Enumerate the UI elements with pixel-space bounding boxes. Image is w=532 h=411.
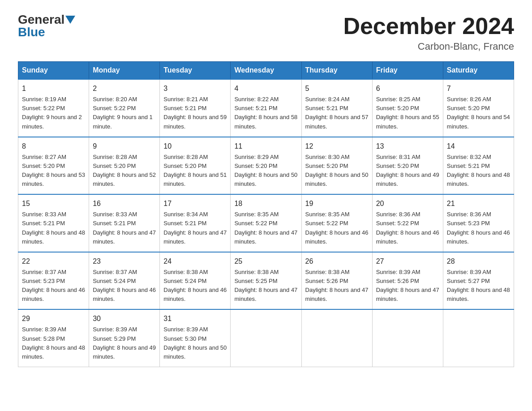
header-sunday: Sunday <box>18 62 89 80</box>
day-number: 3 <box>163 83 227 94</box>
empty-cell <box>231 309 301 367</box>
day-cell-31: 31Sunrise: 8:39 AMSunset: 5:30 PMDayligh… <box>160 309 231 367</box>
day-info: Sunrise: 8:33 AMSunset: 5:21 PMDaylight:… <box>22 210 85 246</box>
day-cell-8: 8Sunrise: 8:27 AMSunset: 5:20 PMDaylight… <box>18 137 89 195</box>
day-cell-7: 7Sunrise: 8:26 AMSunset: 5:20 PMDaylight… <box>443 79 514 137</box>
day-number: 18 <box>234 198 297 209</box>
day-cell-11: 11Sunrise: 8:29 AMSunset: 5:20 PMDayligh… <box>231 137 301 195</box>
day-cell-22: 22Sunrise: 8:37 AMSunset: 5:23 PMDayligh… <box>18 252 89 310</box>
day-info: Sunrise: 8:24 AMSunset: 5:21 PMDaylight:… <box>305 95 369 131</box>
day-number: 17 <box>163 198 227 209</box>
day-number: 29 <box>22 313 85 324</box>
day-cell-15: 15Sunrise: 8:33 AMSunset: 5:21 PMDayligh… <box>18 194 89 252</box>
day-info: Sunrise: 8:28 AMSunset: 5:20 PMDaylight:… <box>93 153 156 189</box>
logo: General Blue <box>18 13 75 39</box>
day-cell-16: 16Sunrise: 8:33 AMSunset: 5:21 PMDayligh… <box>89 194 160 252</box>
day-cell-17: 17Sunrise: 8:34 AMSunset: 5:21 PMDayligh… <box>160 194 231 252</box>
day-number: 5 <box>305 83 369 94</box>
day-cell-23: 23Sunrise: 8:37 AMSunset: 5:24 PMDayligh… <box>89 252 160 310</box>
svg-marker-0 <box>65 16 75 24</box>
logo-general-text: General <box>18 13 64 26</box>
day-number: 7 <box>447 83 510 94</box>
day-info: Sunrise: 8:33 AMSunset: 5:21 PMDaylight:… <box>93 210 156 246</box>
day-number: 6 <box>376 83 439 94</box>
day-info: Sunrise: 8:20 AMSunset: 5:22 PMDaylight:… <box>93 95 156 131</box>
week-row-5: 29Sunrise: 8:39 AMSunset: 5:28 PMDayligh… <box>18 309 514 367</box>
day-info: Sunrise: 8:35 AMSunset: 5:22 PMDaylight:… <box>305 210 369 246</box>
location-subtitle: Carbon-Blanc, France <box>343 41 514 52</box>
day-info: Sunrise: 8:38 AMSunset: 5:24 PMDaylight:… <box>163 268 227 304</box>
day-cell-21: 21Sunrise: 8:36 AMSunset: 5:23 PMDayligh… <box>443 194 514 252</box>
day-info: Sunrise: 8:39 AMSunset: 5:28 PMDaylight:… <box>22 325 85 361</box>
day-cell-25: 25Sunrise: 8:38 AMSunset: 5:25 PMDayligh… <box>231 252 301 310</box>
day-info: Sunrise: 8:29 AMSunset: 5:20 PMDaylight:… <box>234 153 297 189</box>
day-number: 22 <box>22 256 85 267</box>
header-saturday: Saturday <box>443 62 514 80</box>
day-cell-13: 13Sunrise: 8:31 AMSunset: 5:20 PMDayligh… <box>372 137 443 195</box>
day-cell-24: 24Sunrise: 8:38 AMSunset: 5:24 PMDayligh… <box>160 252 231 310</box>
calendar-header-row: SundayMondayTuesdayWednesdayThursdayFrid… <box>18 62 514 80</box>
day-cell-1: 1Sunrise: 8:19 AMSunset: 5:22 PMDaylight… <box>18 79 89 137</box>
day-info: Sunrise: 8:31 AMSunset: 5:20 PMDaylight:… <box>376 153 439 189</box>
week-row-4: 22Sunrise: 8:37 AMSunset: 5:23 PMDayligh… <box>18 252 514 310</box>
day-info: Sunrise: 8:39 AMSunset: 5:26 PMDaylight:… <box>376 268 439 304</box>
day-number: 25 <box>234 256 297 267</box>
header-friday: Friday <box>372 62 443 80</box>
day-number: 1 <box>22 83 85 94</box>
logo-arrow-icon <box>65 16 75 24</box>
empty-cell <box>443 309 514 367</box>
day-info: Sunrise: 8:38 AMSunset: 5:26 PMDaylight:… <box>305 268 369 304</box>
day-number: 9 <box>93 141 156 152</box>
week-row-3: 15Sunrise: 8:33 AMSunset: 5:21 PMDayligh… <box>18 194 514 252</box>
week-row-2: 8Sunrise: 8:27 AMSunset: 5:20 PMDaylight… <box>18 137 514 195</box>
day-number: 27 <box>376 256 439 267</box>
day-cell-29: 29Sunrise: 8:39 AMSunset: 5:28 PMDayligh… <box>18 309 89 367</box>
header-wednesday: Wednesday <box>231 62 301 80</box>
day-info: Sunrise: 8:37 AMSunset: 5:23 PMDaylight:… <box>22 268 85 304</box>
day-cell-27: 27Sunrise: 8:39 AMSunset: 5:26 PMDayligh… <box>372 252 443 310</box>
day-number: 30 <box>93 313 156 324</box>
month-title: December 2024 <box>343 13 514 39</box>
day-cell-5: 5Sunrise: 8:24 AMSunset: 5:21 PMDaylight… <box>301 79 372 137</box>
calendar-table: SundayMondayTuesdayWednesdayThursdayFrid… <box>18 61 514 367</box>
day-info: Sunrise: 8:22 AMSunset: 5:21 PMDaylight:… <box>234 95 297 131</box>
day-number: 12 <box>305 141 369 152</box>
day-number: 26 <box>305 256 369 267</box>
day-number: 11 <box>234 141 297 152</box>
day-cell-28: 28Sunrise: 8:39 AMSunset: 5:27 PMDayligh… <box>443 252 514 310</box>
day-cell-3: 3Sunrise: 8:21 AMSunset: 5:21 PMDaylight… <box>160 79 231 137</box>
day-info: Sunrise: 8:39 AMSunset: 5:30 PMDaylight:… <box>163 325 227 361</box>
day-number: 4 <box>234 83 297 94</box>
day-info: Sunrise: 8:39 AMSunset: 5:29 PMDaylight:… <box>93 325 156 361</box>
day-number: 24 <box>163 256 227 267</box>
day-info: Sunrise: 8:37 AMSunset: 5:24 PMDaylight:… <box>93 268 156 304</box>
header-thursday: Thursday <box>301 62 372 80</box>
day-info: Sunrise: 8:26 AMSunset: 5:20 PMDaylight:… <box>447 95 510 131</box>
day-number: 8 <box>22 141 85 152</box>
day-info: Sunrise: 8:38 AMSunset: 5:25 PMDaylight:… <box>234 268 297 304</box>
day-number: 23 <box>93 256 156 267</box>
day-cell-30: 30Sunrise: 8:39 AMSunset: 5:29 PMDayligh… <box>89 309 160 367</box>
day-number: 21 <box>447 198 510 209</box>
day-cell-20: 20Sunrise: 8:36 AMSunset: 5:22 PMDayligh… <box>372 194 443 252</box>
day-cell-6: 6Sunrise: 8:25 AMSunset: 5:20 PMDaylight… <box>372 79 443 137</box>
day-cell-2: 2Sunrise: 8:20 AMSunset: 5:22 PMDaylight… <box>89 79 160 137</box>
day-cell-19: 19Sunrise: 8:35 AMSunset: 5:22 PMDayligh… <box>301 194 372 252</box>
day-number: 28 <box>447 256 510 267</box>
day-cell-26: 26Sunrise: 8:38 AMSunset: 5:26 PMDayligh… <box>301 252 372 310</box>
day-cell-12: 12Sunrise: 8:30 AMSunset: 5:20 PMDayligh… <box>301 137 372 195</box>
day-info: Sunrise: 8:39 AMSunset: 5:27 PMDaylight:… <box>447 268 510 304</box>
day-cell-14: 14Sunrise: 8:32 AMSunset: 5:21 PMDayligh… <box>443 137 514 195</box>
day-info: Sunrise: 8:35 AMSunset: 5:22 PMDaylight:… <box>234 210 297 246</box>
day-number: 14 <box>447 141 510 152</box>
day-info: Sunrise: 8:25 AMSunset: 5:20 PMDaylight:… <box>376 95 439 131</box>
day-number: 15 <box>22 198 85 209</box>
logo-blue-text: Blue <box>18 26 45 39</box>
day-number: 20 <box>376 198 439 209</box>
day-number: 31 <box>163 313 227 324</box>
day-info: Sunrise: 8:36 AMSunset: 5:23 PMDaylight:… <box>447 210 510 246</box>
day-cell-10: 10Sunrise: 8:28 AMSunset: 5:20 PMDayligh… <box>160 137 231 195</box>
day-number: 13 <box>376 141 439 152</box>
day-info: Sunrise: 8:34 AMSunset: 5:21 PMDaylight:… <box>163 210 227 246</box>
header-tuesday: Tuesday <box>160 62 231 80</box>
